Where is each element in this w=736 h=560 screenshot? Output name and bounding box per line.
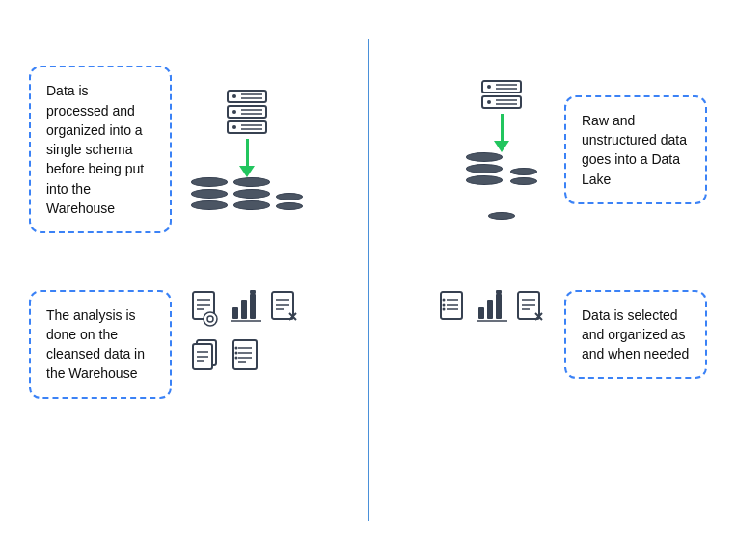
warehouse-doc-icons — [191, 290, 299, 375]
main-container: Data is processed and organized into a s… — [0, 0, 736, 560]
center-divider — [368, 39, 369, 521]
quadrant-top-right: Raw and unstructured data goes into a Da… — [378, 29, 718, 271]
svg-point-17 — [487, 100, 491, 104]
list-doc-icon — [232, 338, 262, 375]
svg-point-56 — [443, 303, 446, 306]
svg-point-13 — [487, 85, 491, 89]
datalake-server-group — [458, 79, 545, 220]
warehouse-server-group — [191, 89, 303, 210]
quadrant-top-left: Data is processed and organized into a s… — [19, 29, 359, 271]
down-arrow-lake — [494, 114, 509, 152]
svg-rect-27 — [241, 300, 247, 319]
selection-description-box: Data is selected and organized as and wh… — [564, 290, 707, 380]
down-arrow-warehouse — [239, 139, 255, 177]
svg-point-48 — [235, 346, 238, 349]
analysis-description-box: The analysis is done on the cleansed dat… — [29, 290, 172, 399]
lake-doc-row-top — [439, 290, 545, 327]
doc-row-top — [191, 290, 299, 331]
lake-bar-chart-icon — [476, 290, 508, 327]
analysis-description-text: The analysis is done on the cleansed dat… — [46, 307, 145, 382]
bar-chart-icon — [230, 290, 262, 331]
svg-point-9 — [232, 125, 236, 129]
svg-rect-58 — [478, 307, 484, 319]
svg-point-55 — [443, 298, 446, 301]
selection-description-text: Data is selected and organized as and wh… — [582, 307, 689, 362]
doc-x-icon — [270, 290, 299, 331]
database-stacks-warehouse — [191, 177, 303, 210]
svg-point-57 — [443, 307, 446, 310]
warehouse-description-box: Data is processed and organized into a s… — [29, 66, 172, 233]
lake-doc-icons — [439, 290, 545, 327]
svg-point-24 — [204, 312, 217, 326]
svg-point-49 — [235, 351, 238, 354]
svg-rect-59 — [487, 300, 493, 319]
svg-point-5 — [232, 110, 236, 114]
doc-gear-icon — [191, 290, 222, 331]
quadrant-bottom-left: The analysis is done on the cleansed dat… — [19, 290, 359, 532]
datalake-description-box: Raw and unstructured data goes into a Da… — [564, 95, 707, 204]
doc-row-bottom — [191, 338, 299, 375]
lake-list-doc-icon — [439, 290, 468, 327]
doc-copy-icon — [191, 338, 224, 375]
svg-rect-26 — [232, 307, 238, 319]
warehouse-description-text: Data is processed and organized into a s… — [46, 83, 144, 216]
server-icon-lake — [477, 79, 527, 114]
datalake-description-text: Raw and unstructured data goes into a Da… — [582, 113, 687, 187]
server-icon — [222, 89, 272, 139]
svg-point-1 — [232, 94, 236, 98]
svg-rect-43 — [233, 340, 257, 369]
svg-point-50 — [235, 356, 238, 359]
quadrant-bottom-right: Data is selected and organized as and wh… — [378, 290, 718, 532]
database-stacks-lake — [458, 152, 545, 220]
lake-doc-x-icon — [516, 290, 545, 327]
